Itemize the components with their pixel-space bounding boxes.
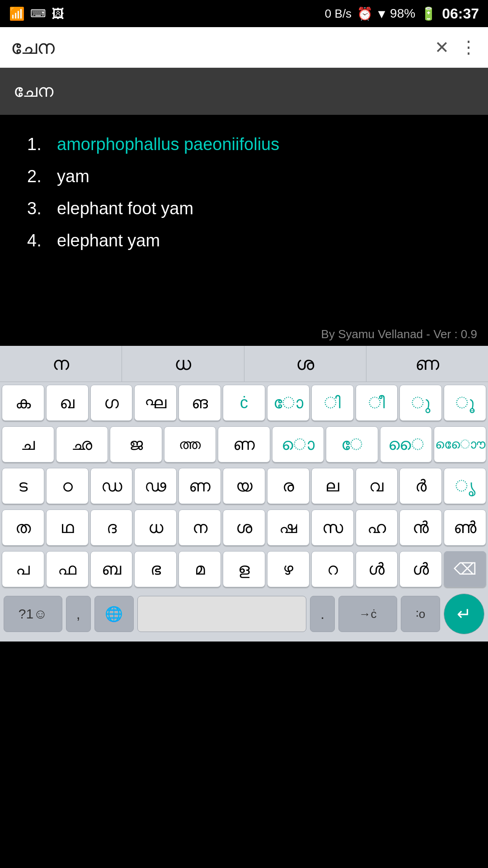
- result-number-1: 1.: [27, 135, 50, 154]
- key-ttha2[interactable]: ഠ: [46, 468, 89, 504]
- key-gha[interactable]: ഘ: [134, 385, 177, 421]
- key-va[interactable]: വ: [356, 468, 398, 504]
- key-ma[interactable]: മ: [178, 551, 221, 587]
- key-ja[interactable]: ജ: [110, 426, 162, 462]
- suggestion-nna[interactable]: ണ: [366, 346, 488, 382]
- arrow-combo-key[interactable]: →ċ: [338, 596, 397, 632]
- key-tta[interactable]: ട: [2, 468, 44, 504]
- key-chha[interactable]: ഛ: [56, 426, 108, 462]
- key-tha[interactable]: ഥ: [46, 509, 89, 546]
- key-uu-vowel[interactable]: ൂ: [444, 385, 486, 421]
- key-nga[interactable]: ങ: [178, 385, 221, 421]
- period-key[interactable]: .: [310, 596, 335, 632]
- result-item-3[interactable]: 3. elephant foot yam: [27, 193, 461, 225]
- enter-key[interactable]: ↵: [444, 594, 484, 634]
- key-ya[interactable]: യ: [223, 468, 265, 504]
- key-vocalic-r[interactable]: ൃ: [444, 468, 486, 504]
- key-la[interactable]: ല: [311, 468, 354, 504]
- clear-button[interactable]: ✕: [435, 38, 449, 57]
- suggestion-dha[interactable]: ധ: [122, 346, 244, 382]
- watermark: By Syamu Vellanad - Ver : 0.9: [0, 323, 488, 346]
- key-pa[interactable]: പ: [2, 551, 44, 587]
- key-u-vowel[interactable]: ു: [399, 385, 442, 421]
- result-item-1[interactable]: 1. amorphophallus paeoniifolius: [27, 128, 461, 160]
- key-rr[interactable]: ർ: [399, 468, 442, 504]
- network-speed: 0 B/s: [325, 7, 352, 21]
- status-left: 📶 ⌨ 🖼: [9, 6, 64, 21]
- status-bar: 📶 ⌨ 🖼 0 B/s ⏰ ▾ 98% 🔋 06:37: [0, 0, 488, 27]
- key-lla[interactable]: ള: [223, 551, 265, 587]
- clear-icon: ✕: [435, 38, 449, 57]
- backspace-key[interactable]: ⌫: [444, 551, 486, 587]
- keyboard-suggestion-row: ന ധ ശ ണ: [0, 346, 488, 382]
- key-dha[interactable]: ധ: [134, 509, 177, 546]
- sym-key[interactable]: ?1☺: [4, 596, 62, 632]
- key-ll-final[interactable]: ൾ: [356, 551, 398, 587]
- key-ai-vowel[interactable]: ൈ: [380, 426, 432, 462]
- result-item-4[interactable]: 4. elephant yam: [27, 225, 461, 257]
- key-row-2: ച ഛ ജ ത്ത ണ ൊ േ ൈ ൊേൌ: [0, 424, 488, 465]
- key-o-vowel[interactable]: ോ: [267, 385, 310, 421]
- result-text-2: yam: [57, 167, 89, 186]
- key-row-4: ത ഥ ദ ധ ന ശ ഷ സ ഹ ൻ ൺ: [0, 507, 488, 548]
- key-ha[interactable]: ഹ: [356, 509, 398, 546]
- key-ii-vowel[interactable]: ീ: [356, 385, 398, 421]
- key-dda[interactable]: ഡ: [90, 468, 133, 504]
- result-number-3: 3.: [27, 199, 50, 218]
- key-na[interactable]: ന: [178, 509, 221, 546]
- key-zha[interactable]: ഴ: [267, 551, 310, 587]
- more-icon: ⋮: [460, 38, 477, 57]
- action-row: ?1☺ , 🌐 . →ċ ∶o ↵: [0, 590, 488, 642]
- result-text-3: elephant foot yam: [57, 199, 193, 218]
- key-ka[interactable]: ക: [2, 385, 44, 421]
- alarm-icon: ⏰: [357, 6, 373, 21]
- globe-key[interactable]: 🌐: [94, 596, 134, 632]
- key-ttha[interactable]: ത്ത: [164, 426, 216, 462]
- key-o2-vowel[interactable]: ൊ: [272, 426, 324, 462]
- key-row-3: ട ഠ ഡ ഢ ണ യ ര ല വ ർ ൃ: [0, 465, 488, 507]
- suggestion-na[interactable]: ന: [0, 346, 122, 382]
- more-options-button[interactable]: ⋮: [460, 38, 477, 57]
- dots-combo-key[interactable]: ∶o: [401, 596, 440, 632]
- key-ll-final2[interactable]: ൾ: [399, 551, 442, 587]
- suggestions-dropdown: ചേന: [0, 68, 488, 115]
- key-nna2[interactable]: ണ: [218, 426, 270, 462]
- space-key[interactable]: [137, 596, 306, 632]
- comma-key[interactable]: ,: [66, 596, 91, 632]
- keyboard-icon: ⌨: [30, 7, 46, 20]
- key-rra[interactable]: റ: [311, 551, 354, 587]
- key-chandrakala[interactable]: ċ: [223, 385, 265, 421]
- key-ee-vowel[interactable]: േ: [326, 426, 378, 462]
- key-sha[interactable]: ശ: [223, 509, 265, 546]
- suggestion-sha[interactable]: ശ: [244, 346, 366, 382]
- key-nna-final[interactable]: ൺ: [444, 509, 486, 546]
- search-bar: ✕ ⋮: [0, 27, 488, 68]
- key-kha[interactable]: ഖ: [46, 385, 89, 421]
- key-ra[interactable]: ര: [267, 468, 310, 504]
- key-nna3[interactable]: ണ: [178, 468, 221, 504]
- result-item-2[interactable]: 2. yam: [27, 160, 461, 193]
- battery-percent: 98%: [390, 6, 415, 21]
- search-icons: ✕ ⋮: [435, 38, 477, 57]
- key-pha[interactable]: ഫ: [46, 551, 89, 587]
- key-bha[interactable]: ഭ: [134, 551, 177, 587]
- key-ta[interactable]: ത: [2, 509, 44, 546]
- key-i-vowel[interactable]: ി: [311, 385, 354, 421]
- battery-icon: 🔋: [421, 6, 436, 21]
- key-sa[interactable]: സ: [311, 509, 354, 546]
- key-row-5: പ ഫ ബ ഭ മ ള ഴ റ ൾ ൾ ⌫: [0, 548, 488, 590]
- key-ssa[interactable]: ഷ: [267, 509, 310, 546]
- result-text-1: amorphophallus paeoniifolius: [57, 135, 279, 154]
- clock: 06:37: [442, 5, 479, 22]
- key-ba[interactable]: ബ: [90, 551, 133, 587]
- key-da[interactable]: ദ: [90, 509, 133, 546]
- search-input[interactable]: [11, 37, 427, 58]
- key-cha[interactable]: ച: [2, 426, 54, 462]
- key-combo-vowels[interactable]: ൊേൌ: [434, 426, 486, 462]
- signal-icon: 📶: [9, 6, 25, 21]
- result-number-4: 4.: [27, 231, 50, 250]
- key-ga[interactable]: ഗ: [90, 385, 133, 421]
- key-n-dot[interactable]: ൻ: [399, 509, 442, 546]
- key-ddha[interactable]: ഢ: [134, 468, 177, 504]
- suggestion-item[interactable]: ചേന: [14, 77, 474, 106]
